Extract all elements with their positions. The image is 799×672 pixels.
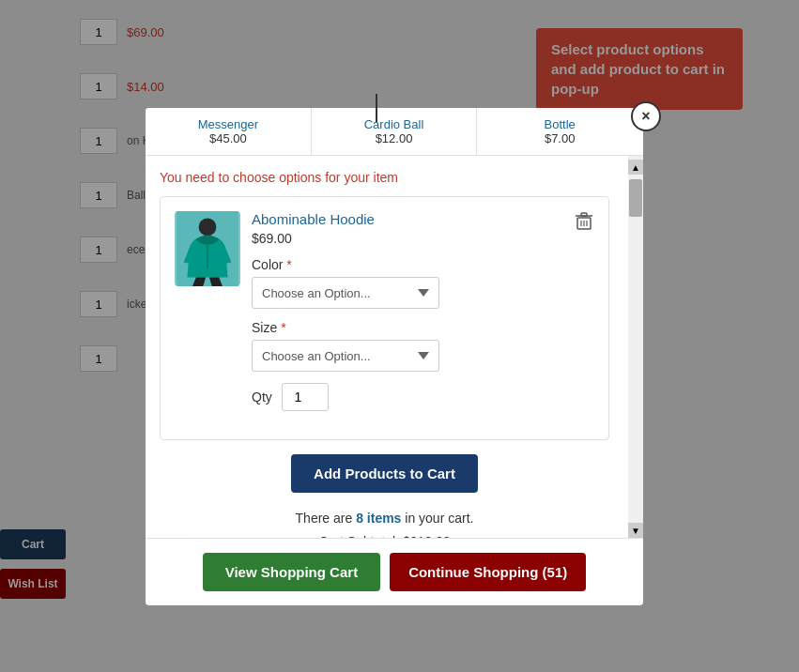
scroll-down-arrow[interactable]: ▼ xyxy=(628,523,643,538)
tab-cardio-price: $12.00 xyxy=(316,131,472,145)
item-name[interactable]: Abominable Hoodie xyxy=(252,211,562,227)
scroll-thumb[interactable] xyxy=(629,179,642,217)
options-card: Abominable Hoodie $69.00 Color * Choose … xyxy=(160,196,609,440)
size-required-star: * xyxy=(281,320,285,335)
tab-cardio-ball[interactable]: Cardio Ball $12.00 xyxy=(312,108,478,155)
modal-body: You need to choose options for your item xyxy=(146,156,628,538)
tab-bottle-label: Bottle xyxy=(545,117,576,131)
size-label: Size * xyxy=(252,320,562,335)
qty-group: Qty xyxy=(252,383,562,411)
size-select[interactable]: Choose an Option... xyxy=(252,340,439,372)
cart-info: There are 8 items in your cart. Cart Sub… xyxy=(160,507,609,538)
svg-rect-5 xyxy=(581,213,587,216)
add-to-cart-button[interactable]: Add Products to Cart xyxy=(291,454,478,493)
modal-close-button[interactable]: × xyxy=(631,101,661,131)
tab-bottle[interactable]: Bottle $7.00 xyxy=(477,108,643,155)
color-label: Color * xyxy=(252,257,562,272)
qty-input[interactable] xyxy=(282,383,329,411)
modal-footer: View Shopping Cart Continue Shopping (51… xyxy=(146,538,643,605)
color-select[interactable]: Choose an Option... xyxy=(252,277,439,309)
tab-messenger-label: Messenger xyxy=(198,117,258,131)
tab-cardio-label: Cardio Ball xyxy=(364,117,424,131)
modal-tabs: Messenger $45.00 Cardio Ball $12.00 Bott… xyxy=(146,108,643,156)
cart-suffix: in your cart. xyxy=(401,511,473,526)
continue-shopping-button[interactable]: Continue Shopping (51) xyxy=(390,553,586,591)
tab-messenger-price: $45.00 xyxy=(150,131,306,145)
delete-item-icon[interactable] xyxy=(574,211,594,411)
options-notice: You need to choose options for your item xyxy=(160,170,609,185)
modal-dialog: Messenger $45.00 Cardio Ball $12.00 Bott… xyxy=(146,108,643,605)
scroll-track: ▲ ▼ xyxy=(628,156,643,538)
qty-label: Qty xyxy=(252,389,272,405)
cart-count-line: There are 8 items in your cart. xyxy=(160,507,609,530)
item-details: Abominable Hoodie $69.00 Color * Choose … xyxy=(252,211,562,411)
tab-messenger[interactable]: Messenger $45.00 xyxy=(146,108,312,155)
cart-items-link[interactable]: 8 items xyxy=(356,511,401,526)
item-row: Abominable Hoodie $69.00 Color * Choose … xyxy=(175,211,594,411)
close-icon: × xyxy=(641,108,650,125)
svg-point-1 xyxy=(199,219,217,237)
size-option-group: Size * Choose an Option... xyxy=(252,320,562,372)
connector-line xyxy=(376,94,377,122)
color-required-star: * xyxy=(286,257,291,272)
cart-prefix: There are xyxy=(296,511,357,526)
color-option-group: Color * Choose an Option... xyxy=(252,257,562,309)
scroll-up-arrow[interactable]: ▲ xyxy=(628,160,643,175)
item-price: $69.00 xyxy=(252,231,562,246)
tab-bottle-price: $7.00 xyxy=(482,131,638,145)
product-image xyxy=(175,211,240,286)
cart-subtotal: Cart Subtotal: $218.00 xyxy=(160,530,609,538)
view-cart-button[interactable]: View Shopping Cart xyxy=(203,553,380,591)
